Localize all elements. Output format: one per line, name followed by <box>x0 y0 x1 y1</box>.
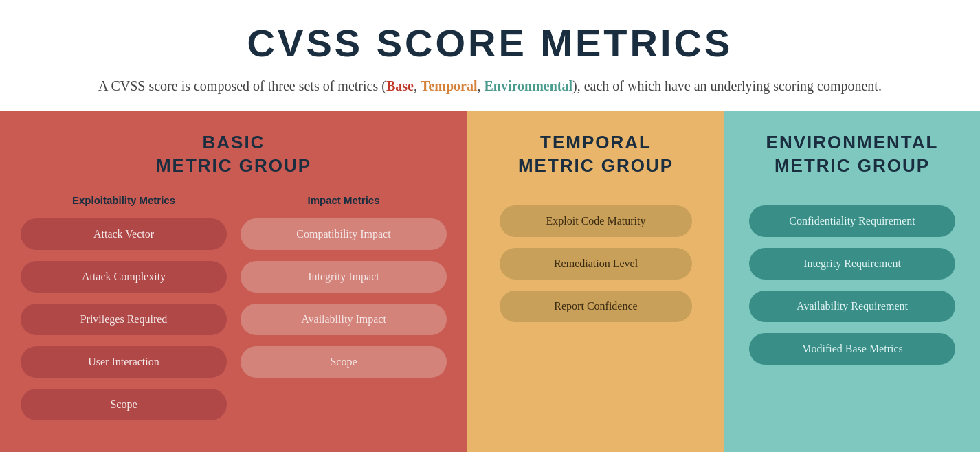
environmental-pills: Confidentiality Requirement Integrity Re… <box>749 205 955 376</box>
header-section: CVSS SCORE METRICS A CVSS score is compo… <box>0 0 980 111</box>
basic-columns: Exploitability Metrics Attack Vector Att… <box>14 194 454 431</box>
pill-report-confidence: Report Confidence <box>500 291 692 322</box>
temporal-word: Temporal <box>421 78 478 93</box>
pill-scope-impact: Scope <box>241 346 447 378</box>
pill-user-interaction: User Interaction <box>21 346 227 378</box>
exploitability-col-title: Exploitability Metrics <box>21 194 227 206</box>
pill-remediation-level: Remediation Level <box>500 248 692 280</box>
temporal-pills: Exploit Code Maturity Remediation Level … <box>500 205 692 333</box>
subtitle-plain: A CVSS score is composed of three sets o… <box>98 78 386 93</box>
pill-privileges-required: Privileges Required <box>21 304 227 335</box>
pill-modified-base-metrics: Modified Base Metrics <box>749 333 955 365</box>
subtitle-sep2: , <box>478 78 485 93</box>
environmental-metric-group: ENVIRONMENTAL METRIC GROUP Confidentiali… <box>724 111 980 452</box>
pill-compatibility-impact: Compatibility Impact <box>241 218 447 250</box>
environmental-word: Environmental <box>485 78 573 93</box>
base-word: Base <box>386 78 414 93</box>
impact-col-title: Impact Metrics <box>241 194 447 206</box>
subtitle-end: ), each of which have an underlying scor… <box>572 78 882 93</box>
temporal-metric-group: TEMPORAL METRIC GROUP Exploit Code Matur… <box>467 111 724 452</box>
pill-integrity-requirement: Integrity Requirement <box>749 248 955 280</box>
pill-integrity-impact: Integrity Impact <box>241 261 447 293</box>
temporal-group-title: TEMPORAL METRIC GROUP <box>518 131 673 178</box>
pill-scope-exploitability: Scope <box>21 389 227 420</box>
pill-availability-requirement: Availability Requirement <box>749 291 955 322</box>
pill-confidentiality-requirement: Confidentiality Requirement <box>749 205 955 237</box>
basic-group-title: BASIC METRIC GROUP <box>14 131 454 178</box>
subtitle-sep1: , <box>414 78 421 93</box>
pill-availability-impact: Availability Impact <box>241 304 447 335</box>
pill-attack-complexity: Attack Complexity <box>21 261 227 293</box>
pill-exploit-code-maturity: Exploit Code Maturity <box>500 205 692 237</box>
metric-groups: BASIC METRIC GROUP Exploitability Metric… <box>0 111 980 452</box>
basic-metric-group: BASIC METRIC GROUP Exploitability Metric… <box>0 111 467 452</box>
subtitle: A CVSS score is composed of three sets o… <box>14 75 966 97</box>
page-title: CVSS SCORE METRICS <box>14 21 966 65</box>
impact-column: Impact Metrics Compatibility Impact Inte… <box>241 194 447 431</box>
environmental-group-title: ENVIRONMENTAL METRIC GROUP <box>766 131 939 178</box>
pill-attack-vector: Attack Vector <box>21 218 227 250</box>
exploitability-column: Exploitability Metrics Attack Vector Att… <box>21 194 227 431</box>
